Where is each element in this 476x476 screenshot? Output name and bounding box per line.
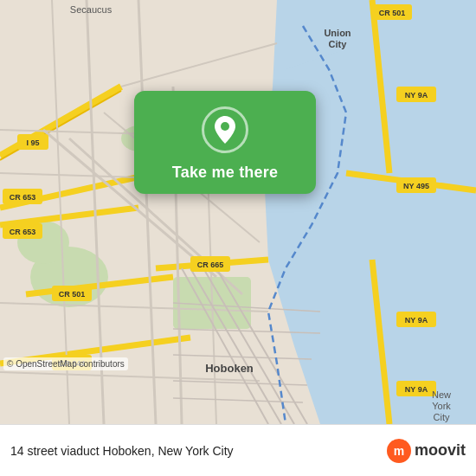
svg-text:York: York [432, 401, 451, 411]
svg-text:NY 9A: NY 9A [405, 91, 428, 100]
svg-text:Hoboken: Hoboken [205, 362, 254, 375]
svg-text:Union: Union [324, 28, 351, 38]
map-container: I 95 CR 501 CR 653 CR 653 CR 501 CR 644 … [0, 0, 476, 424]
svg-text:City: City [329, 39, 348, 49]
location-pin-icon [211, 114, 239, 145]
svg-text:CR 665: CR 665 [197, 261, 224, 269]
svg-text:City: City [434, 412, 450, 422]
moovit-logo-icon: m [387, 439, 411, 463]
address-label: 14 street viaduct Hoboken, New York City [10, 444, 387, 458]
svg-text:CR 653: CR 653 [10, 193, 36, 202]
bottom-bar: 14 street viaduct Hoboken, New York City… [0, 424, 476, 476]
svg-text:Secaucus: Secaucus [70, 4, 113, 15]
svg-text:I 95: I 95 [26, 138, 39, 147]
svg-text:NY 495: NY 495 [403, 182, 429, 190]
svg-text:CR 501: CR 501 [379, 9, 406, 17]
svg-text:New: New [432, 389, 451, 400]
map-attribution: © OpenStreetMap contributors [3, 357, 128, 370]
svg-text:m: m [394, 444, 404, 458]
popup-icon-background [202, 106, 248, 153]
svg-text:CR 501: CR 501 [59, 290, 86, 299]
svg-text:CR 653: CR 653 [10, 228, 36, 236]
moovit-logo: m moovit [387, 439, 466, 463]
moovit-label: moovit [415, 441, 466, 460]
svg-text:NY 9A: NY 9A [405, 385, 428, 394]
svg-point-69 [221, 122, 229, 131]
popup-card: Take me there [134, 91, 316, 194]
take-me-there-button[interactable]: Take me there [172, 164, 278, 182]
svg-text:NY 9A: NY 9A [405, 316, 428, 325]
